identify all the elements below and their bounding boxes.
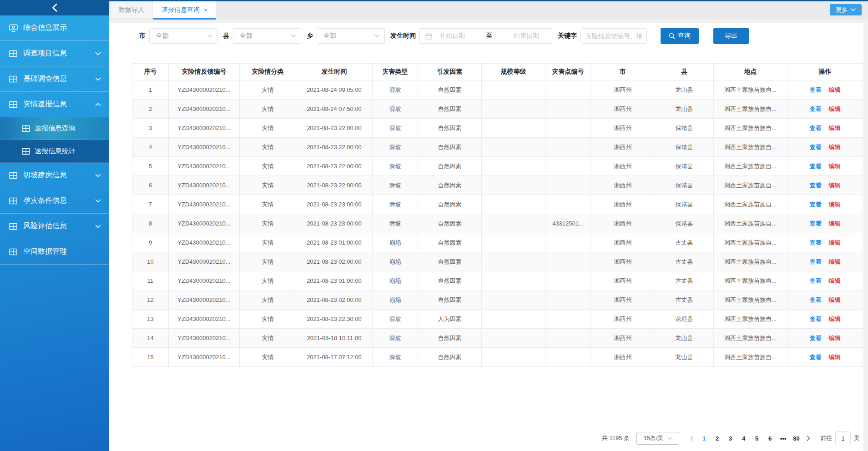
sidebar-item-label: 切坡建房信息: [23, 170, 67, 180]
next-page-button[interactable]: [803, 436, 814, 441]
view-link[interactable]: 查看: [810, 258, 822, 265]
cell-city: 湘西州: [591, 310, 655, 329]
cell-county: 古丈县: [655, 291, 714, 310]
cell-county: 古丈县: [655, 233, 714, 252]
view-link[interactable]: 查看: [810, 354, 822, 361]
prev-page-button[interactable]: [686, 436, 697, 441]
edit-link[interactable]: 编辑: [829, 316, 841, 322]
column-header-5: 引发因素: [418, 64, 482, 80]
tab-0[interactable]: 数据导入: [111, 1, 152, 18]
cell-code: YZD43000020210...: [169, 195, 240, 214]
edit-link[interactable]: 编辑: [829, 163, 841, 170]
sidebar-item-4[interactable]: 切坡建房信息: [0, 163, 109, 188]
cell-type: 崩塌: [373, 271, 418, 291]
page-number-6[interactable]: 6: [763, 435, 777, 442]
edit-link[interactable]: 编辑: [829, 105, 841, 112]
more-button[interactable]: 更多: [830, 4, 862, 15]
cell-factor: 自然因素: [418, 138, 482, 157]
sidebar-item-1[interactable]: 调查项目信息: [0, 41, 109, 66]
sidebar-item-2[interactable]: 基础调查信息: [0, 66, 109, 92]
cell-category: 灾情: [240, 214, 296, 233]
end-date-placeholder[interactable]: 结束日期: [506, 32, 546, 40]
date-range-picker[interactable]: 开始日期 至 结束日期: [419, 28, 552, 44]
page-number-2[interactable]: 2: [711, 435, 724, 442]
view-link[interactable]: 查看: [810, 220, 822, 227]
sidebar-item-6[interactable]: 风险评估信息: [0, 214, 109, 239]
cell-code: YZD43000020210...: [169, 329, 240, 348]
edit-link[interactable]: 编辑: [829, 277, 841, 284]
edit-link[interactable]: 编辑: [829, 335, 841, 341]
view-link[interactable]: 查看: [810, 144, 822, 150]
sidebar-subitem-3-1[interactable]: 速报信息统计: [0, 140, 109, 163]
calendar-icon: [425, 33, 432, 40]
page-number-80[interactable]: 80: [790, 435, 803, 442]
edit-link[interactable]: 编辑: [829, 182, 841, 189]
view-link[interactable]: 查看: [810, 182, 822, 189]
cell-point_code: [545, 291, 591, 310]
scrollbar[interactable]: [863, 20, 868, 451]
edit-link[interactable]: 编辑: [829, 239, 841, 246]
goto-page-input[interactable]: [835, 431, 851, 445]
town-select[interactable]: 全部: [317, 28, 385, 44]
edit-link[interactable]: 编辑: [829, 144, 841, 150]
start-date-placeholder[interactable]: 开始日期: [432, 32, 472, 40]
tab-1[interactable]: 速报信息查询×: [153, 1, 216, 18]
view-link[interactable]: 查看: [810, 296, 822, 303]
edit-link[interactable]: 编辑: [829, 201, 841, 208]
view-link[interactable]: 查看: [810, 86, 822, 93]
sidebar-item-7[interactable]: 空间数据管理: [0, 239, 109, 265]
page-size-select[interactable]: 15条/页: [636, 432, 679, 445]
edit-link[interactable]: 编辑: [829, 354, 841, 361]
edit-link[interactable]: 编辑: [829, 86, 841, 93]
cell-city: 湘西州: [591, 291, 655, 310]
cell-factor: 自然因素: [418, 157, 482, 176]
cell-actions: 查看编辑: [787, 195, 863, 214]
table-row: 11YZD43000020210...灾情2021-08-23 01:00:00…: [132, 271, 863, 291]
cell-city: 湘西州: [591, 252, 655, 271]
cell-time: 2021-08-23 22:00:00: [296, 157, 373, 176]
table-icon: [9, 222, 18, 230]
column-header-0: 序号: [132, 64, 169, 80]
view-link[interactable]: 查看: [810, 125, 822, 131]
time-filter-label: 发生时间: [390, 32, 416, 40]
edit-link[interactable]: 编辑: [829, 258, 841, 265]
tab-label: 速报信息查询: [161, 6, 200, 14]
query-button[interactable]: 查询: [661, 28, 699, 44]
more-pages-icon[interactable]: •••: [777, 435, 790, 442]
view-link[interactable]: 查看: [810, 277, 822, 284]
view-link[interactable]: 查看: [810, 335, 822, 341]
view-link[interactable]: 查看: [810, 105, 822, 112]
cell-time: 2021-08-23 02:00:00: [296, 252, 373, 271]
sidebar-item-0[interactable]: 综合信息展示: [0, 15, 109, 41]
page-number-1[interactable]: 1: [697, 435, 711, 442]
cell-location: 湘西土家族苗族自...: [714, 291, 787, 310]
close-tab-icon[interactable]: ×: [204, 7, 207, 13]
edit-link[interactable]: 编辑: [829, 125, 841, 131]
sidebar-item-label: 综合信息展示: [23, 23, 67, 33]
page-number-4[interactable]: 4: [737, 435, 750, 442]
export-button[interactable]: 导出: [713, 28, 749, 44]
view-link[interactable]: 查看: [810, 163, 822, 170]
sidebar-subitem-3-0[interactable]: 速报信息查询: [0, 117, 109, 140]
cell-code: YZD43000020210...: [169, 100, 240, 119]
view-link[interactable]: 查看: [810, 239, 822, 246]
page-number-5[interactable]: 5: [750, 435, 763, 442]
edit-link[interactable]: 编辑: [829, 220, 841, 227]
chevron-down-icon: [667, 437, 672, 440]
cell-actions: 查看编辑: [787, 214, 863, 233]
view-link[interactable]: 查看: [810, 201, 822, 208]
edit-link[interactable]: 编辑: [829, 296, 841, 303]
page-number-3[interactable]: 3: [724, 435, 737, 442]
view-link[interactable]: 查看: [810, 316, 822, 322]
cell-city: 湘西州: [591, 348, 655, 367]
cell-code: YZD43000020210...: [169, 291, 240, 310]
sidebar-item-5[interactable]: 孕灾条件信息: [0, 188, 109, 214]
city-select[interactable]: 全部: [149, 28, 217, 44]
collapse-sidebar-button[interactable]: [47, 2, 62, 14]
cell-city: 湘西州: [591, 233, 655, 252]
county-select[interactable]: 全部: [233, 28, 301, 44]
table-row: 3YZD43000020210...灾情2021-08-23 22:00:00滑…: [132, 119, 863, 138]
sidebar-item-3[interactable]: 灾情速报信息: [0, 92, 109, 117]
cell-city: 湘西州: [591, 195, 655, 214]
keyword-input[interactable]: [580, 28, 647, 44]
